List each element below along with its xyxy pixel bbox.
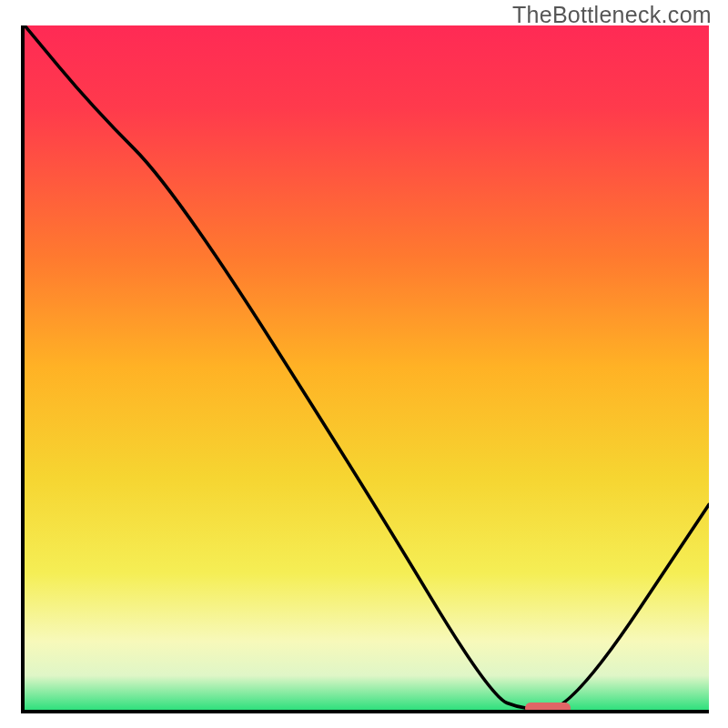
optimum-marker <box>525 703 571 710</box>
gradient-rect <box>25 25 709 710</box>
plot-area <box>25 25 709 710</box>
chart-container: TheBottleneck.com <box>0 0 728 728</box>
chart-svg <box>25 25 709 710</box>
watermark-text: TheBottleneck.com <box>512 2 712 28</box>
